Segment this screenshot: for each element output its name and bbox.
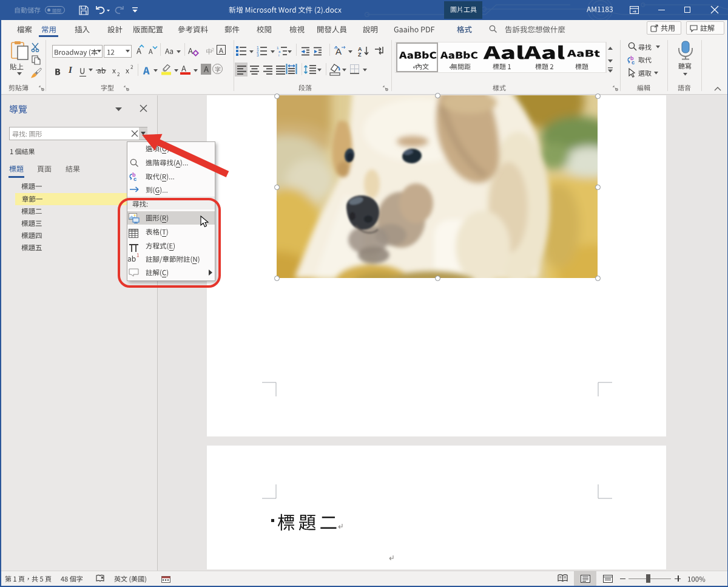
svg-text:c: c (133, 176, 136, 182)
svg-text:c: c (632, 59, 635, 65)
svg-text:A: A (335, 46, 342, 56)
svg-text:i: i (278, 53, 279, 56)
svg-text:Z: Z (358, 52, 362, 57)
svg-text:3: 3 (257, 53, 259, 57)
